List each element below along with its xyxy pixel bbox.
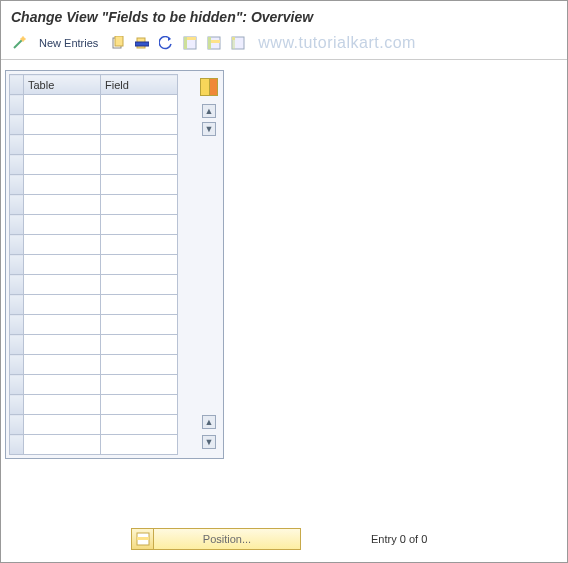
cell-field[interactable] xyxy=(101,255,178,275)
page-title: Change View "Fields to be hidden": Overv… xyxy=(1,1,567,31)
cell-field[interactable] xyxy=(101,335,178,355)
row-selector[interactable] xyxy=(10,295,24,315)
table-row[interactable] xyxy=(10,355,178,375)
undo-icon xyxy=(159,36,173,50)
fields-table[interactable]: Table Field xyxy=(9,74,178,455)
row-selector[interactable] xyxy=(10,115,24,135)
cell-field[interactable] xyxy=(101,155,178,175)
cell-field[interactable] xyxy=(101,135,178,155)
cell-field[interactable] xyxy=(101,175,178,195)
svg-rect-15 xyxy=(137,537,149,540)
row-selector[interactable] xyxy=(10,255,24,275)
scroll-up-button[interactable]: ▲ xyxy=(202,104,216,118)
config-icon-left xyxy=(201,79,210,95)
table-row[interactable] xyxy=(10,395,178,415)
cell-table[interactable] xyxy=(24,195,101,215)
cell-table[interactable] xyxy=(24,395,101,415)
row-selector[interactable] xyxy=(10,195,24,215)
copy-as-button[interactable] xyxy=(108,33,128,53)
table-row[interactable] xyxy=(10,95,178,115)
table-row[interactable] xyxy=(10,235,178,255)
cell-field[interactable] xyxy=(101,415,178,435)
column-header-table[interactable]: Table xyxy=(24,75,101,95)
deselect-all-button[interactable] xyxy=(228,33,248,53)
content-area: Table Field ▲ ▼ ▲ ▼ xyxy=(1,60,567,540)
delete-button[interactable] xyxy=(132,33,152,53)
table-row[interactable] xyxy=(10,115,178,135)
row-selector[interactable] xyxy=(10,355,24,375)
table-row[interactable] xyxy=(10,215,178,235)
table-row[interactable] xyxy=(10,335,178,355)
table-row[interactable] xyxy=(10,255,178,275)
table-row[interactable] xyxy=(10,415,178,435)
scroll-down2-button[interactable]: ▼ xyxy=(202,435,216,449)
select-block-icon xyxy=(207,36,221,50)
cell-table[interactable] xyxy=(24,355,101,375)
cell-field[interactable] xyxy=(101,275,178,295)
row-selector[interactable] xyxy=(10,155,24,175)
table-row[interactable] xyxy=(10,315,178,335)
cell-field[interactable] xyxy=(101,435,178,455)
column-header-field[interactable]: Field xyxy=(101,75,178,95)
cell-field[interactable] xyxy=(101,355,178,375)
table-row[interactable] xyxy=(10,275,178,295)
table-row[interactable] xyxy=(10,155,178,175)
table-settings-button[interactable] xyxy=(200,78,218,96)
cell-field[interactable] xyxy=(101,195,178,215)
cell-table[interactable] xyxy=(24,435,101,455)
row-selector[interactable] xyxy=(10,275,24,295)
toolbar: New Entries xyxy=(1,31,567,60)
row-selector[interactable] xyxy=(10,315,24,335)
cell-table[interactable] xyxy=(24,375,101,395)
scroll-down-button[interactable]: ▼ xyxy=(202,122,216,136)
cell-table[interactable] xyxy=(24,95,101,115)
row-selector[interactable] xyxy=(10,215,24,235)
undo-button[interactable] xyxy=(156,33,176,53)
table-row[interactable] xyxy=(10,435,178,455)
row-selector[interactable] xyxy=(10,95,24,115)
row-selector[interactable] xyxy=(10,435,24,455)
cell-field[interactable] xyxy=(101,235,178,255)
select-block-button[interactable] xyxy=(204,33,224,53)
table-corner[interactable] xyxy=(10,75,24,95)
cell-field[interactable] xyxy=(101,315,178,335)
delete-icon xyxy=(135,36,149,50)
cell-field[interactable] xyxy=(101,375,178,395)
table-row[interactable] xyxy=(10,375,178,395)
row-selector[interactable] xyxy=(10,395,24,415)
cell-table[interactable] xyxy=(24,235,101,255)
cell-field[interactable] xyxy=(101,215,178,235)
cell-table[interactable] xyxy=(24,335,101,355)
select-all-icon xyxy=(183,36,197,50)
cell-table[interactable] xyxy=(24,215,101,235)
row-selector[interactable] xyxy=(10,135,24,155)
table-row[interactable] xyxy=(10,175,178,195)
row-selector[interactable] xyxy=(10,175,24,195)
cell-field[interactable] xyxy=(101,115,178,135)
cell-table[interactable] xyxy=(24,155,101,175)
new-entries-button[interactable]: New Entries xyxy=(33,35,104,51)
cell-field[interactable] xyxy=(101,95,178,115)
deselect-all-icon xyxy=(231,36,245,50)
cell-table[interactable] xyxy=(24,115,101,135)
cell-table[interactable] xyxy=(24,415,101,435)
cell-table[interactable] xyxy=(24,275,101,295)
cell-table[interactable] xyxy=(24,255,101,275)
scroll-up2-button[interactable]: ▲ xyxy=(202,415,216,429)
table-row[interactable] xyxy=(10,135,178,155)
row-selector[interactable] xyxy=(10,235,24,255)
cell-field[interactable] xyxy=(101,395,178,415)
position-button[interactable]: Position... xyxy=(131,528,301,550)
row-selector[interactable] xyxy=(10,415,24,435)
cell-table[interactable] xyxy=(24,315,101,335)
row-selector[interactable] xyxy=(10,375,24,395)
cell-field[interactable] xyxy=(101,295,178,315)
table-row[interactable] xyxy=(10,295,178,315)
select-all-button[interactable] xyxy=(180,33,200,53)
other-view-button[interactable] xyxy=(9,33,29,53)
row-selector[interactable] xyxy=(10,335,24,355)
cell-table[interactable] xyxy=(24,175,101,195)
table-row[interactable] xyxy=(10,195,178,215)
cell-table[interactable] xyxy=(24,295,101,315)
cell-table[interactable] xyxy=(24,135,101,155)
